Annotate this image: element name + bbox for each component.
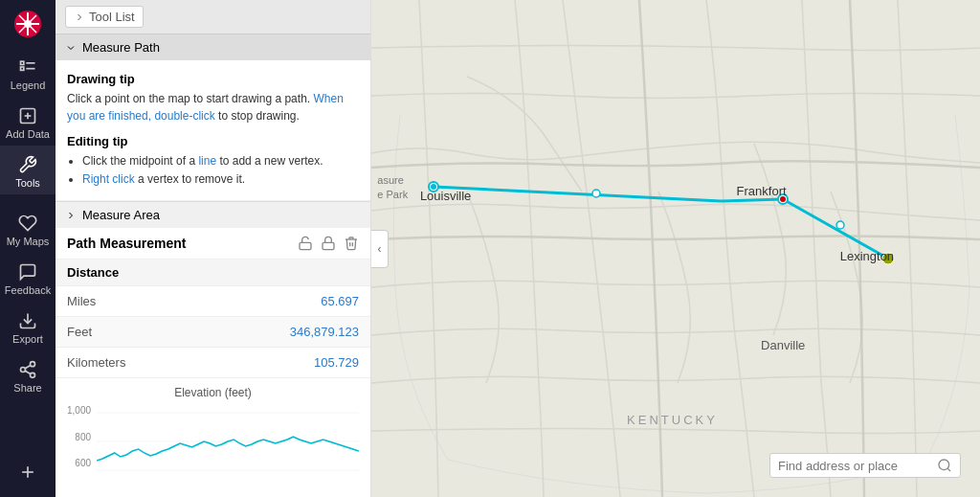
unlock-icon[interactable] bbox=[298, 236, 313, 251]
sidebar-item-legend-label: Legend bbox=[11, 79, 46, 91]
sidebar-item-export-label: Export bbox=[12, 333, 43, 345]
tool-panel: Tool List Measure Path Drawing tip Click… bbox=[56, 0, 371, 497]
feet-label: Feet bbox=[67, 325, 290, 339]
svg-line-17 bbox=[25, 371, 31, 373]
drawing-tip-title: Drawing tip bbox=[67, 72, 359, 86]
search-icon[interactable] bbox=[937, 458, 952, 473]
sidebar-item-feedback-label: Feedback bbox=[5, 284, 51, 296]
chevron-down-icon bbox=[65, 42, 77, 54]
measurement-row-miles: Miles 65.697 bbox=[56, 286, 370, 317]
sidebar-item-share-label: Share bbox=[13, 382, 41, 394]
map-search-box bbox=[769, 453, 961, 478]
app-logo bbox=[0, 0, 56, 48]
map-area[interactable]: Louisville Frankfort Lexington Danville … bbox=[371, 0, 980, 497]
editing-tip-list: Click the midpoint of a line to add a ne… bbox=[67, 152, 359, 189]
elevation-section: Elevation (feet) 1,000 800 600 bbox=[56, 378, 370, 487]
svg-point-15 bbox=[21, 368, 26, 373]
sidebar-item-share[interactable]: Share bbox=[0, 350, 56, 399]
sidebar-nav: Legend Add Data Tools My Maps Feedback E… bbox=[0, 0, 56, 497]
elevation-title: Elevation (feet) bbox=[67, 386, 359, 399]
back-button-label: Tool List bbox=[89, 10, 135, 24]
map-search-input[interactable] bbox=[778, 459, 931, 473]
miles-value: 65.697 bbox=[321, 294, 359, 308]
elevation-y-1000: 1,000 bbox=[67, 405, 91, 416]
svg-point-33 bbox=[592, 190, 600, 197]
sidebar-item-feedback[interactable]: Feedback bbox=[0, 253, 56, 302]
svg-rect-21 bbox=[300, 243, 311, 250]
drawing-tip-text: Click a point on the map to start drawin… bbox=[67, 90, 359, 124]
measure-area-header[interactable]: Measure Area bbox=[56, 201, 370, 228]
svg-line-18 bbox=[25, 365, 31, 368]
svg-point-38 bbox=[939, 460, 949, 470]
km-value: 105.729 bbox=[314, 355, 359, 370]
svg-point-37 bbox=[836, 221, 844, 229]
measure-path-label: Measure Path bbox=[82, 40, 160, 55]
sidebar-item-my-maps[interactable]: My Maps bbox=[0, 204, 56, 253]
drawing-tip-text1: Click a point on the map to start drawin… bbox=[67, 92, 310, 105]
km-label: Kilometers bbox=[67, 355, 314, 370]
drawing-tip-text3: to stop drawing. bbox=[218, 109, 300, 123]
svg-rect-22 bbox=[323, 243, 334, 250]
lock-icon[interactable] bbox=[321, 236, 336, 251]
back-arrow-icon bbox=[74, 11, 85, 23]
svg-point-32 bbox=[431, 184, 436, 190]
svg-line-39 bbox=[947, 468, 950, 471]
editing-tip-item-2: Right click a vertex to remove it. bbox=[82, 170, 359, 189]
svg-point-36 bbox=[882, 253, 894, 264]
measure-area-label: Measure Area bbox=[82, 208, 160, 222]
miles-label: Miles bbox=[67, 294, 321, 308]
svg-line-29 bbox=[721, 199, 783, 201]
sidebar-item-legend[interactable]: Legend bbox=[0, 48, 56, 97]
elevation-y-600: 600 bbox=[67, 458, 91, 468]
tool-list-back-button[interactable]: Tool List bbox=[65, 6, 144, 28]
panel-header: Tool List bbox=[56, 0, 370, 34]
svg-point-16 bbox=[31, 373, 35, 377]
elevation-y-800: 800 bbox=[67, 432, 91, 442]
map-background bbox=[371, 0, 980, 497]
delete-icon[interactable] bbox=[344, 236, 359, 251]
sidebar-item-export[interactable]: Export bbox=[0, 302, 56, 350]
drawing-tip-section: Drawing tip Click a point on the map to … bbox=[56, 60, 370, 201]
sidebar-item-add-data-label: Add Data bbox=[6, 128, 50, 140]
editing-tip-title: Editing tip bbox=[67, 134, 359, 148]
collapse-panel-button[interactable]: ‹ bbox=[371, 230, 389, 268]
sidebar-item-add-data[interactable]: Add Data bbox=[0, 97, 56, 146]
sidebar-item-tools[interactable]: Tools bbox=[0, 146, 56, 194]
svg-point-14 bbox=[31, 362, 35, 367]
distance-header: Distance bbox=[56, 260, 370, 286]
svg-point-35 bbox=[780, 196, 786, 202]
svg-rect-6 bbox=[21, 61, 24, 64]
measurement-icons bbox=[298, 236, 359, 251]
collapse-panel-icon: ‹ bbox=[378, 242, 382, 256]
measurement-row-feet: Feet 346,879.123 bbox=[56, 317, 370, 348]
sidebar-item-add-layer[interactable] bbox=[0, 453, 56, 487]
feet-value: 346,879.123 bbox=[290, 325, 359, 339]
svg-point-5 bbox=[24, 20, 32, 28]
measure-path-header[interactable]: Measure Path bbox=[56, 34, 370, 60]
measurement-header: Path Measurement bbox=[56, 228, 370, 260]
svg-rect-27 bbox=[371, 0, 980, 497]
measurement-title: Path Measurement bbox=[67, 236, 186, 251]
sidebar-item-tools-label: Tools bbox=[15, 177, 40, 189]
editing-tip-item-1: Click the midpoint of a line to add a ne… bbox=[82, 152, 359, 170]
elevation-chart-svg bbox=[97, 403, 359, 480]
measurement-row-km: Kilometers 105.729 bbox=[56, 348, 370, 378]
svg-rect-8 bbox=[21, 67, 24, 70]
sidebar-item-my-maps-label: My Maps bbox=[7, 236, 50, 247]
chevron-right-icon bbox=[65, 210, 77, 221]
measurement-section: Path Measurement Distance Miles 65.697 F… bbox=[56, 228, 370, 497]
